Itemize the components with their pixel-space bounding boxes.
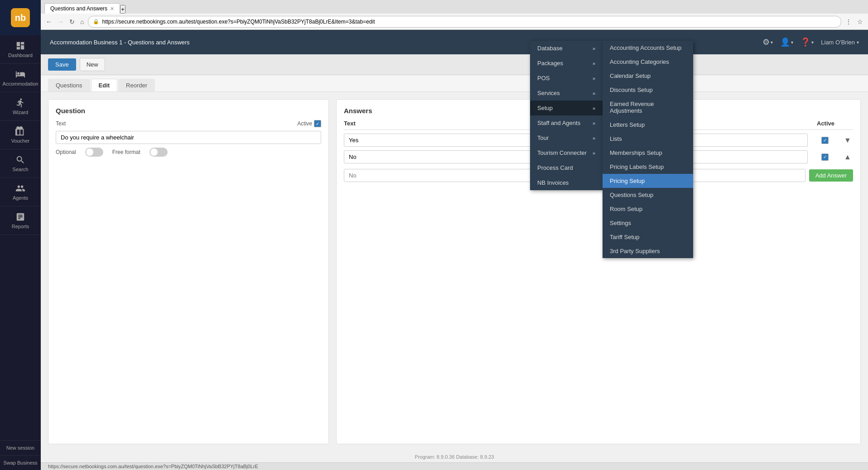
page-subtitle: Questions and Answers [128,39,190,46]
col-active-header: Active [817,120,853,127]
active-cell-0: ✓ [811,137,839,144]
close-tab-button[interactable]: ✕ [110,6,114,12]
refresh-button[interactable]: ↻ [68,18,76,25]
answer-active-checkbox-1[interactable]: ✓ [821,153,829,161]
swap-business-label: Swap Business [3,460,37,465]
free-format-toggle-knob [150,149,158,156]
sidebar-label-agents: Agents [13,195,28,201]
app-title: Accommodation Business 1 - Questions and… [50,39,190,46]
answer-active-checkbox-0[interactable]: ✓ [821,137,829,144]
add-answer-button[interactable]: Add Answer [809,169,853,182]
new-answer-input[interactable] [344,169,805,182]
header-right: ⚙ ▾ 👤 ▾ ❓ ▾ Liam O'Brien ▾ [762,37,859,47]
content-area: Question Text Active ✓ Optional [41,92,868,451]
browser-tab-label: Questions and Answers [50,5,107,12]
user-profile-button[interactable]: 👤 ▾ [780,37,793,47]
question-panel: Question Text Active ✓ Optional [48,99,329,444]
settings-button[interactable]: ⚙ ▾ [762,37,773,47]
optional-toggle-knob [86,149,93,156]
business-name: Accommodation Business 1 [50,39,122,46]
page-body: Save New Questions Edit Reorder Question… [41,54,868,470]
status-url: https://secure.netbookings.com.au/test/q… [48,464,258,469]
add-answer-row: Add Answer [344,169,853,182]
bookmark-button[interactable]: ☆ [856,18,864,25]
question-text-row: Text Active ✓ [56,120,321,127]
sidebar-item-agents[interactable]: Agents [0,178,41,206]
sidebar-item-voucher[interactable]: Voucher [0,121,41,149]
expand-btn-1[interactable]: ▲ [842,152,853,163]
expand-btn-0[interactable]: ▼ [842,135,853,146]
agents-icon [15,183,25,193]
home-button[interactable]: ⌂ [79,18,85,25]
accommodation-icon [15,69,25,79]
answers-panel: Answers Text Active ✓ ▼ ✓ [336,99,861,444]
active-cell-1: ✓ [811,153,839,161]
answers-header: Text Active [344,120,853,130]
swap-business-item[interactable]: Swap Business [0,455,41,470]
sidebar-item-wizard[interactable]: Wizard [0,92,41,121]
answer-row-1: ✓ ▲ [344,150,853,163]
sidebar-label-wizard: Wizard [13,110,28,115]
dashboard-icon [15,41,25,51]
search-icon [15,155,25,165]
sidebar: nb Dashboard Accommodation Wizard Vouche… [0,0,41,470]
new-tab-button[interactable]: + [120,5,125,14]
sidebar-item-reports[interactable]: Reports [0,206,41,235]
voucher-icon [15,126,25,136]
question-text-input[interactable] [56,131,321,144]
tab-questions[interactable]: Questions [48,79,90,91]
free-format-toggle[interactable] [149,148,168,157]
page-tabs: Questions Edit Reorder [41,75,868,92]
wizard-icon [15,98,25,108]
url-text: https://secure.netbookings.com.au/test/q… [102,19,375,25]
save-button[interactable]: Save [48,58,76,71]
user-name-button[interactable]: Liam O'Brien ▾ [821,39,859,46]
optional-label: Optional [56,149,76,155]
sidebar-item-accommodation[interactable]: Accommodation [0,64,41,92]
optional-toggle[interactable] [85,148,103,157]
main-wrap: Questions and Answers ✕ + ← → ↻ ⌂ 🔒 http… [41,0,868,470]
sidebar-label-reports: Reports [12,224,29,229]
user-name-label: Liam O'Brien [821,39,855,46]
footer: Program: 8.9.0.36 Database: 8.9.23 [41,451,868,462]
new-session-item[interactable]: New session [0,440,41,455]
tab-reorder[interactable]: Reorder [118,79,155,91]
forward-button[interactable]: → [56,18,65,25]
toolbar: Save New [41,54,868,75]
logo: nb [11,8,30,27]
lock-icon: 🔒 [93,19,99,24]
answer-text-input-1[interactable] [344,150,808,163]
menu-button[interactable]: ⋮ [844,18,853,25]
status-bar: https://secure.netbookings.com.au/test/q… [41,462,868,470]
col-text-header: Text [344,120,817,127]
browser-tab-active[interactable]: Questions and Answers ✕ [44,3,120,14]
answer-row-0: ✓ ▼ [344,134,853,147]
tab-edit[interactable]: Edit [91,79,118,91]
text-label: Text [56,120,69,127]
new-button[interactable]: New [80,58,105,71]
address-bar[interactable]: 🔒 https://secure.netbookings.com.au/test… [88,16,841,28]
app-header: Accommodation Business 1 - Questions and… [41,30,868,54]
reports-icon [15,212,25,222]
sidebar-item-search[interactable]: Search [0,149,41,178]
logo-area: nb [0,0,41,35]
help-button[interactable]: ❓ ▾ [800,37,814,47]
sidebar-label-dashboard: Dashboard [8,53,33,58]
active-checkbox[interactable]: ✓ [314,120,321,127]
answers-panel-title: Answers [344,107,853,115]
answer-text-input-0[interactable] [344,134,808,147]
question-panel-title: Question [56,107,321,115]
browser-bar: ← → ↻ ⌂ 🔒 https://secure.netbookings.com… [41,14,868,30]
footer-program-info: Program: 8.9.0.36 Database: 8.9.23 [415,454,494,460]
title-separator: - [124,39,128,46]
free-format-label: Free format [112,149,140,155]
question-text-field-wrap [56,131,321,144]
sidebar-label-voucher: Voucher [11,138,29,144]
active-label: Active ✓ [297,120,321,127]
sidebar-item-dashboard[interactable]: Dashboard [0,35,41,64]
back-button[interactable]: ← [44,18,53,25]
new-session-label: New session [6,445,34,451]
sidebar-label-accommodation: Accommodation [3,81,39,86]
browser-tab-bar: Questions and Answers ✕ + [41,0,868,14]
sidebar-label-search: Search [13,167,29,172]
